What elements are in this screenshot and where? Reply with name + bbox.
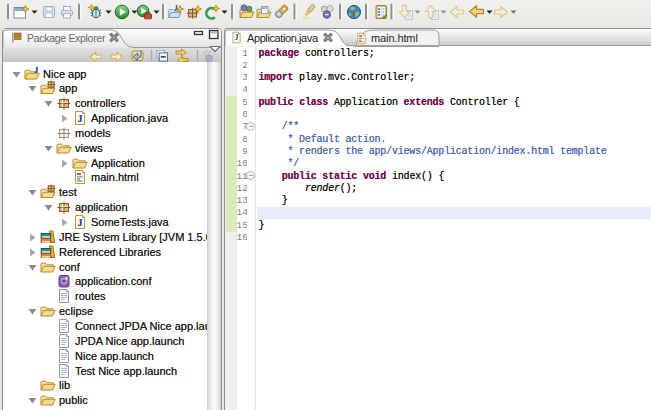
- svg-text:Application.java: Application.java: [247, 32, 319, 44]
- svg-text:main.html: main.html: [371, 32, 418, 44]
- svg-text:Package Explorer: Package Explorer: [27, 32, 106, 44]
